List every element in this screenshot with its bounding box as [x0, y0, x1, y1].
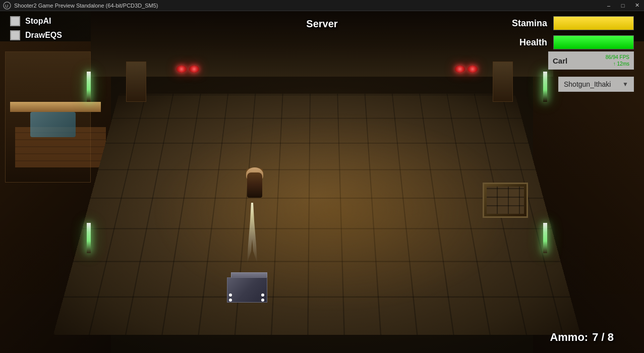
- crate-dot-tr: [261, 293, 264, 297]
- char-body: [247, 172, 262, 198]
- player-card: Carl 86/94 FPS ↑ 12ms: [548, 51, 634, 70]
- left-shelf-item: [30, 112, 76, 137]
- player-name: Carl: [553, 56, 567, 65]
- red-orb-right2: [455, 66, 465, 73]
- pillar-left-top: [126, 62, 146, 102]
- stamina-bar-fill: [554, 17, 633, 30]
- fps-display: 86/94 FPS ↑ 12ms: [606, 54, 629, 67]
- ammo-label: Ammo:: [550, 331, 588, 344]
- wall-light-left-bottom: [87, 223, 91, 253]
- wall-light-left-top: [87, 72, 91, 102]
- top-left-ui: StopAI DrawEQS: [10, 16, 62, 44]
- stamina-bar: [553, 16, 634, 30]
- wall-light-right-top: [543, 72, 547, 102]
- crate-dot-br: [261, 299, 264, 302]
- stopai-label: StopAI: [25, 17, 51, 26]
- close-button[interactable]: ✕: [630, 0, 644, 11]
- weapon-dropdown-arrow-icon: ▼: [622, 81, 628, 88]
- health-bar-fill: [554, 36, 633, 49]
- weapon-selector[interactable]: Shotgun_Ithaki ▼: [558, 77, 634, 92]
- crate: [227, 272, 267, 303]
- crate-dot-bl: [229, 299, 232, 302]
- stopai-checkbox[interactable]: [10, 16, 20, 26]
- door-hatch-grid: [487, 187, 524, 214]
- title-bar-left: U Shooter2 Game Preview Standalone (64-b…: [0, 2, 158, 10]
- player-character: [242, 167, 267, 208]
- fps-line2: ↑ 12ms: [606, 61, 629, 67]
- health-bar: [553, 35, 634, 49]
- app-window: U Shooter2 Game Preview Standalone (64-b…: [0, 0, 644, 353]
- title-bar-controls: – □ ✕: [602, 0, 644, 11]
- svg-text:U: U: [5, 4, 9, 9]
- wall-light-right-bottom: [543, 223, 547, 253]
- ammo-count: 7 / 8: [592, 331, 614, 344]
- draweqs-label: DrawEQS: [25, 31, 62, 40]
- door-hatch: [483, 183, 528, 218]
- stamina-label: Stamina: [509, 18, 547, 29]
- title-bar: U Shooter2 Game Preview Standalone (64-b…: [0, 0, 644, 11]
- draweqs-checkbox[interactable]: [10, 30, 20, 40]
- health-label: Health: [509, 37, 547, 48]
- health-row: Health: [509, 35, 634, 49]
- ammo-display: Ammo: 7 / 8: [550, 331, 614, 344]
- crate-dot-tl: [229, 293, 232, 297]
- stopai-row: StopAI: [10, 16, 62, 26]
- top-right-hud: Stamina Health: [509, 16, 634, 54]
- window-title: Shooter2 Game Preview Standalone (64-bit…: [14, 3, 158, 9]
- server-label: Server: [306, 18, 337, 30]
- fps-line1: 86/94 FPS: [606, 54, 629, 61]
- pillar-right-top: [493, 62, 513, 102]
- stamina-row: Stamina: [509, 16, 634, 30]
- minimize-button[interactable]: –: [602, 0, 616, 11]
- red-orb-left2: [189, 66, 199, 73]
- game-viewport[interactable]: StopAI DrawEQS Server Stamina Health: [0, 11, 644, 353]
- maximize-button[interactable]: □: [616, 0, 630, 11]
- left-shelf: [10, 102, 101, 112]
- draweqs-row: DrawEQS: [10, 30, 62, 40]
- ue-logo-icon: U: [3, 2, 11, 10]
- red-orb-left1: [177, 66, 187, 73]
- red-orb-right1: [467, 66, 478, 73]
- weapon-name: Shotgun_Ithaki: [564, 80, 611, 88]
